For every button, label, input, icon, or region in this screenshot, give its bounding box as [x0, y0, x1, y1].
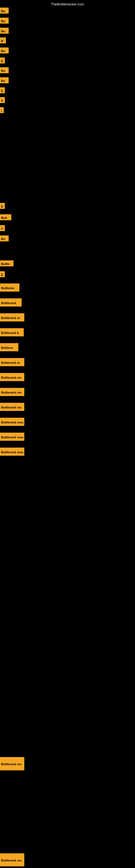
label-6: E [0, 58, 5, 63]
label-bottleneckres7: Bottleneck res [0, 757, 24, 770]
label-bottleneckre2: Bottleneck re [0, 358, 24, 366]
label-bottleneckres2: Bottleneck res [0, 388, 24, 396]
label-bottleneckres4: Bottleneck resu [0, 418, 24, 426]
label-11: | [0, 107, 4, 113]
label-e2: E [0, 271, 5, 277]
label-bottleneck1: Bottleneck [0, 299, 21, 307]
label-bott1: Bott [0, 214, 11, 220]
label-bo2: Bo [0, 236, 9, 241]
label-bottlenec1: Bottlenec [0, 283, 19, 291]
label-7: Bo [0, 67, 9, 73]
label-bottleneckres3: Bottleneck res [0, 403, 24, 411]
label-5: Bo [0, 48, 9, 54]
label-bottleneckre1: Bottleneck re [0, 313, 24, 321]
label-1: Bo [0, 8, 9, 13]
label-bottleneckres5: Bottleneck resu [0, 433, 24, 441]
label-bottle2: Bottle [0, 260, 13, 267]
label-bottleneckres6: Bottleneck resu [0, 447, 24, 456]
label-bottleneckres8: Bottleneck res [0, 854, 24, 866]
label-3: Bo [0, 28, 9, 34]
label-bottleneckres1: Bottleneck res [0, 373, 24, 381]
label-e1: E [0, 203, 5, 209]
label-9: E [0, 87, 5, 93]
label-10: S [0, 97, 5, 103]
label-c1: C [0, 225, 5, 231]
label-bottlene1: Bottlene [0, 343, 18, 351]
site-title: TheBottlenecker.com [51, 2, 84, 6]
label-bottleneckk1: Bottleneck k [0, 328, 24, 336]
label-8: Bo [0, 77, 9, 83]
label-2: Bo [0, 18, 9, 24]
label-4: B [0, 37, 6, 43]
